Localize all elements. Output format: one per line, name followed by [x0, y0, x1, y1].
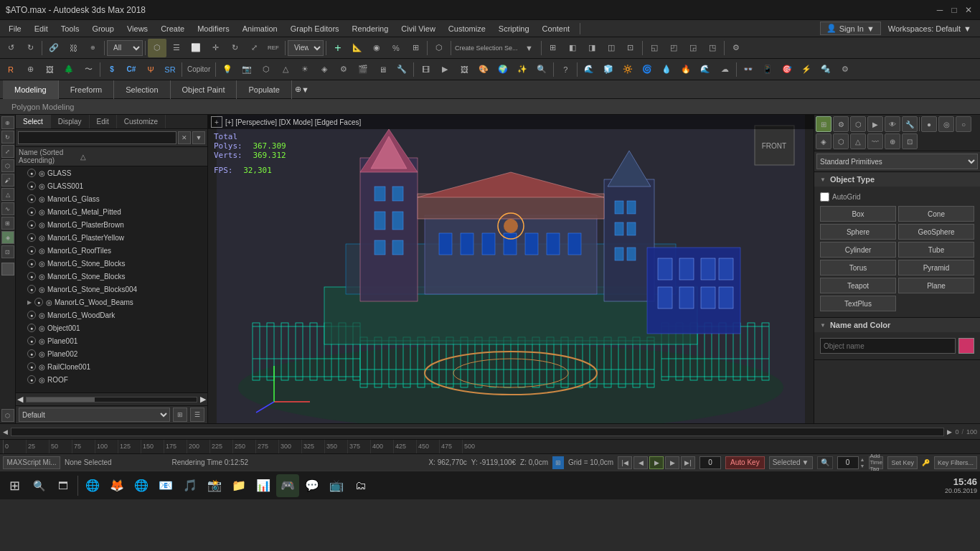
li-curve[interactable]: ∿ [1, 202, 14, 215]
frame-prev-btn[interactable]: ◀ [3, 428, 8, 435]
select-object-button[interactable]: ⬡ [148, 39, 166, 57]
panel-tab-edit[interactable]: Edit [90, 115, 117, 128]
vis-icon-manorlg-rooftiles[interactable]: ● [27, 246, 36, 255]
search-icon[interactable]: 🔍 [27, 474, 50, 497]
render-icon-plane001[interactable]: ◎ [37, 336, 46, 345]
menu-edit[interactable]: Edit [29, 20, 54, 37]
vr-btn[interactable]: 👓 [739, 60, 758, 79]
menu-civil-view[interactable]: Civil View [395, 20, 440, 37]
render-icon-manorlg-wood-beams[interactable]: ◎ [44, 298, 53, 306]
layer-icon1[interactable]: ⊞ [173, 408, 187, 422]
vis-icon-manorlg-wood-beams[interactable]: ● [34, 298, 43, 306]
cam-btn[interactable]: 📷 [237, 60, 256, 79]
lights-btn[interactable]: 💡 [218, 60, 237, 79]
tb-btn-10[interactable]: ⚙ [727, 39, 745, 57]
render-icon-manorlg-stone2[interactable]: ◎ [37, 272, 46, 281]
rp-select-mode5[interactable]: ⬡ [833, 133, 849, 149]
menu-customize[interactable]: Customize [443, 20, 491, 37]
cursor-btn[interactable]: ⊕ [21, 60, 39, 79]
menu-tools[interactable]: Tools [55, 20, 85, 37]
rp-select-mode3[interactable]: ○ [956, 116, 971, 132]
minimize-button[interactable]: ─ [934, 4, 946, 16]
plus-button[interactable]: + [329, 39, 347, 57]
scene-item-manorlg-stone2[interactable]: ● ◎ ManorLG_Stone_Blocks [16, 270, 207, 283]
render-setup-btn[interactable]: 🎞 [416, 60, 435, 79]
vis-icon-manorlg-stone1[interactable]: ● [27, 259, 36, 268]
tb-btn-2[interactable]: ◧ [563, 39, 582, 57]
vis-icon-object001[interactable]: ● [27, 324, 36, 332]
rp-select-mode6[interactable]: △ [850, 133, 866, 149]
sort-icon[interactable]: △ [80, 153, 142, 161]
render-icon-manorlg-plaster-yellow[interactable]: ◎ [37, 233, 46, 242]
add-time-tag-btn[interactable]: 🔍 [817, 456, 833, 469]
scale-button[interactable]: ⤢ [245, 39, 263, 57]
browser-icon[interactable]: 🌐 [81, 474, 104, 497]
render-icon-manorlg-stone3[interactable]: ◎ [37, 285, 46, 293]
horizontal-scrollbar[interactable] [26, 397, 197, 402]
obj-type-geosphere[interactable]: GeoSphere [898, 224, 974, 240]
scene-item-manorlg-metal[interactable]: ● ◎ ManorLG_Metal_Pitted [16, 205, 207, 218]
ar-btn[interactable]: 📱 [758, 60, 777, 79]
rotate-button[interactable]: ↻ [225, 39, 244, 57]
rocket-btn[interactable]: R [1, 60, 20, 79]
tab-extras[interactable]: ⊕ ▼ [295, 85, 309, 94]
scene-search-clear[interactable]: ✕ [178, 131, 191, 144]
menu-animation[interactable]: Animation [237, 20, 283, 37]
next-frame-btn[interactable]: ▶ [665, 456, 679, 469]
scene-item-plane001[interactable]: ● ◎ Plane001 [16, 334, 207, 347]
scene-item-manorlg-glass[interactable]: ● ◎ ManorLG_Glass [16, 192, 207, 205]
vis-icon-manorlg-stone3[interactable]: ● [27, 285, 36, 293]
obj-type-cone[interactable]: Cone [898, 206, 974, 222]
edge-icon[interactable]: 🌐 [130, 474, 153, 497]
workspaces-selector[interactable]: Workspaces: Default ▼ [882, 23, 977, 34]
extra-btn8[interactable]: ☁ [715, 60, 734, 79]
obj-type-tube[interactable]: Tube [898, 242, 974, 258]
current-frame-input[interactable] [699, 456, 721, 469]
vis-icon-manorlg-stone2[interactable]: ● [27, 272, 36, 281]
tb-btn-4[interactable]: ◫ [602, 39, 621, 57]
extra-btn1[interactable]: 🌊 [580, 60, 598, 79]
autogrid-checkbox[interactable] [820, 192, 829, 202]
rp-select-mode7[interactable]: 〰 [867, 133, 883, 149]
obj-type-textplus[interactable]: TextPlus [820, 296, 896, 311]
viewport-3d[interactable]: + [+] [Perspective] [DX Mode] [Edged Fac… [208, 115, 814, 423]
vis-icon-manorlg-glass[interactable]: ● [27, 194, 36, 203]
hair-btn[interactable]: 〜 [79, 60, 98, 79]
tab-populate[interactable]: Populate [237, 80, 291, 99]
tb-btn-7[interactable]: ◰ [664, 39, 683, 57]
extra-btn3[interactable]: 🔆 [618, 60, 637, 79]
enviro-btn[interactable]: 🌍 [494, 60, 512, 79]
anim-btn[interactable]: 🎬 [354, 60, 372, 79]
extra-btn12[interactable]: ⚙ [836, 60, 854, 79]
obj-type-cylinder[interactable]: Cylinder [820, 242, 896, 258]
li-bottom[interactable]: ⬡ [1, 409, 14, 422]
scene-item-plane002[interactable]: ● ◎ Plane002 [16, 347, 207, 360]
menu-modifiers[interactable]: Modifiers [192, 20, 235, 37]
tab-freeform[interactable]: Freeform [59, 80, 115, 99]
taskview-icon[interactable]: 🗖 [52, 474, 75, 497]
li-select[interactable]: ⬡ [1, 159, 14, 172]
render-icon-glass001[interactable]: ◎ [37, 182, 46, 190]
vis-icon-glass001[interactable]: ● [27, 182, 36, 190]
vis-icon-plane001[interactable]: ● [27, 336, 36, 345]
files-icon[interactable]: 🗂 [349, 474, 372, 497]
rp-utilities-btn[interactable]: 🔧 [902, 116, 918, 132]
maximize-button[interactable]: □ [948, 4, 960, 16]
vis-icon-plane002[interactable]: ● [27, 349, 36, 358]
window-controls[interactable]: ─ □ ✕ [934, 4, 974, 16]
rp-select-mode8[interactable]: ⊕ [885, 133, 900, 149]
scene-item-manorlg-wood-beams[interactable]: ▶ ● ◎ ManorLG_Wood_Beams [16, 296, 207, 309]
li-extra[interactable]: ⊡ [1, 245, 14, 258]
rp-hierarchy-btn[interactable]: ⬡ [850, 116, 866, 132]
set-key-button[interactable]: Set Key [887, 456, 918, 469]
scene-item-glass[interactable]: ● ◎ GLASS [16, 166, 207, 179]
tb-btn-3[interactable]: ◨ [583, 39, 601, 57]
extra-btn6[interactable]: 🔥 [677, 60, 695, 79]
panel-tab-display[interactable]: Display [51, 115, 90, 128]
tb-btn-9[interactable]: ◳ [703, 39, 722, 57]
rp-create-btn[interactable]: ⊞ [816, 116, 831, 132]
rp-modify-btn[interactable]: ⚙ [833, 116, 849, 132]
helper-btn[interactable]: ☀ [296, 60, 314, 79]
render-icon-manorlg-rooftiles[interactable]: ◎ [37, 246, 46, 255]
menu-scripting[interactable]: Scripting [493, 20, 535, 37]
